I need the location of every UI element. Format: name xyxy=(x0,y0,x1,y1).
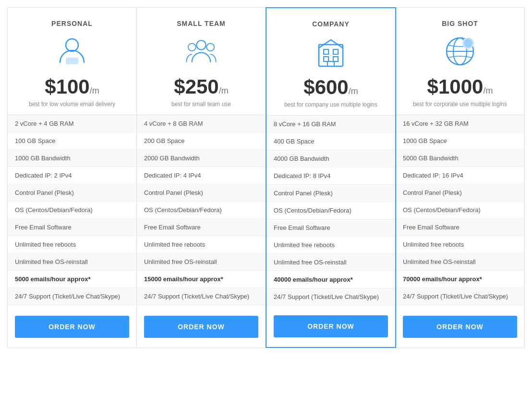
feature-row-small-team-6: Free Email Software xyxy=(137,219,266,236)
feature-row-personal-7: Unlimited free reboots xyxy=(8,236,136,253)
plan-company: COMPANY $600/mbest for company use multi… xyxy=(266,7,396,348)
plan-header-small-team: SMALL TEAM $250/mbest for small team use xyxy=(137,8,266,115)
plan-name-big-shot: BIG SHOT xyxy=(403,20,517,27)
feature-row-personal-5: OS (Centos/Debian/Fedora) xyxy=(8,202,136,219)
feature-row-big-shot-3: Dedicated IP: 16 IPv4 xyxy=(396,167,524,184)
plan-footer-company: ORDER NOW xyxy=(266,306,395,347)
feature-row-company-0: 8 vCore + 16 GB RAM xyxy=(266,116,395,133)
globe-icon xyxy=(443,35,477,68)
plan-footer-personal: ORDER NOW xyxy=(8,306,136,347)
plan-desc-company: best for company use multiple logins xyxy=(274,101,388,108)
feature-row-personal-9: 5000 emails/hour approx* xyxy=(8,271,136,288)
plan-period-company: /m xyxy=(349,86,358,96)
svg-rect-5 xyxy=(319,45,343,66)
plan-name-company: COMPANY xyxy=(274,20,388,28)
feature-row-company-3: Dedicated IP: 8 IPv4 xyxy=(266,167,395,185)
feature-row-small-team-7: Unlimited free reboots xyxy=(137,236,266,253)
plan-price-small-team: $250/m xyxy=(144,75,258,98)
plan-personal: PERSONAL $100/mbest for low volume email… xyxy=(8,8,137,347)
feature-row-big-shot-10: 24/7 Support (Ticket/Live Chat/Skype) xyxy=(396,288,524,305)
feature-row-company-9: 40000 emails/hour approx* xyxy=(266,271,395,288)
plan-header-big-shot: BIG SHOT $1000/mbest for corporate use m… xyxy=(396,8,524,115)
feature-row-small-team-8: Unlimited free OS-reinstall xyxy=(137,253,266,271)
plan-amount-big-shot: $1000 xyxy=(427,75,484,98)
feature-row-company-2: 4000 GB Bandwidth xyxy=(266,150,395,167)
feature-row-big-shot-7: Unlimited free reboots xyxy=(396,236,524,253)
feature-row-small-team-0: 4 vCore + 8 GB RAM xyxy=(137,115,266,132)
feature-row-company-7: Unlimited free reboots xyxy=(266,237,395,254)
feature-row-big-shot-2: 5000 GB Bandwidth xyxy=(396,150,524,167)
feature-row-big-shot-5: OS (Centos/Debian/Fedora) xyxy=(396,202,524,219)
svg-rect-1 xyxy=(66,58,78,64)
order-button-big-shot[interactable]: ORDER NOW xyxy=(403,316,517,338)
plan-amount-company: $600 xyxy=(303,76,348,98)
feature-row-company-4: Control Panel (Plesk) xyxy=(266,185,395,202)
feature-row-small-team-10: 24/7 Support (Ticket/Live Chat/Skype) xyxy=(137,288,266,305)
svg-rect-6 xyxy=(324,49,328,54)
svg-rect-7 xyxy=(333,49,338,54)
feature-row-big-shot-6: Free Email Software xyxy=(396,219,524,236)
svg-point-15 xyxy=(464,39,472,48)
feature-row-small-team-4: Control Panel (Plesk) xyxy=(137,184,266,202)
plan-name-small-team: SMALL TEAM xyxy=(144,20,258,27)
plan-footer-big-shot: ORDER NOW xyxy=(396,306,524,347)
feature-row-big-shot-8: Unlimited free OS-reinstall xyxy=(396,253,524,271)
feature-row-personal-4: Control Panel (Plesk) xyxy=(8,184,136,202)
plan-footer-small-team: ORDER NOW xyxy=(137,306,266,347)
plan-period-personal: /m xyxy=(90,86,99,96)
plan-desc-small-team: best for small team use xyxy=(144,101,258,107)
feature-row-company-8: Unlimited free OS-reinstall xyxy=(266,254,395,271)
svg-rect-9 xyxy=(333,57,338,61)
pricing-table: PERSONAL $100/mbest for low volume email… xyxy=(7,7,525,348)
order-button-small-team[interactable]: ORDER NOW xyxy=(144,316,258,338)
svg-point-3 xyxy=(188,43,196,51)
feature-row-personal-6: Free Email Software xyxy=(8,219,136,236)
feature-row-personal-8: Unlimited free OS-reinstall xyxy=(8,253,136,271)
svg-point-2 xyxy=(196,40,206,49)
plan-price-company: $600/m xyxy=(274,76,388,99)
plan-price-personal: $100/m xyxy=(15,75,129,98)
plan-name-personal: PERSONAL xyxy=(15,20,129,27)
svg-rect-8 xyxy=(324,57,328,61)
svg-point-4 xyxy=(206,43,214,51)
order-button-personal[interactable]: ORDER NOW xyxy=(15,316,129,338)
feature-row-personal-1: 100 GB Space xyxy=(8,132,136,150)
feature-row-small-team-1: 200 GB Space xyxy=(137,132,266,150)
feature-row-small-team-3: Dedicated IP: 4 IPv4 xyxy=(137,167,266,184)
plan-features-personal: 2 vCore + 4 GB RAM100 GB Space1000 GB Ba… xyxy=(8,115,136,306)
svg-rect-10 xyxy=(327,61,334,66)
building-icon xyxy=(314,35,348,69)
order-button-company[interactable]: ORDER NOW xyxy=(274,315,388,337)
feature-row-big-shot-9: 70000 emails/hour approx* xyxy=(396,271,524,288)
feature-row-personal-3: Dedicated IP: 2 IPv4 xyxy=(8,167,136,184)
svg-point-0 xyxy=(66,39,78,51)
person-icon xyxy=(55,35,89,68)
plan-header-company: COMPANY $600/mbest for company use multi… xyxy=(266,8,395,116)
plan-desc-personal: best for low volume email delivery xyxy=(15,101,129,107)
feature-row-company-10: 24/7 Support (Ticket/Live Chat/Skype) xyxy=(266,288,395,306)
group-icon xyxy=(184,35,218,68)
plan-features-big-shot: 16 vCore + 32 GB RAM1000 GB Space5000 GB… xyxy=(396,115,524,306)
feature-row-big-shot-4: Control Panel (Plesk) xyxy=(396,184,524,202)
feature-row-company-1: 400 GB Space xyxy=(266,133,395,150)
feature-row-company-6: Free Email Software xyxy=(266,219,395,237)
feature-row-personal-0: 2 vCore + 4 GB RAM xyxy=(8,115,136,132)
feature-row-small-team-9: 15000 emails/hour approx* xyxy=(137,271,266,288)
plan-features-small-team: 4 vCore + 8 GB RAM200 GB Space2000 GB Ba… xyxy=(137,115,266,306)
feature-row-personal-10: 24/7 Support (Ticket/Live Chat/Skype) xyxy=(8,288,136,305)
plan-big-shot: BIG SHOT $1000/mbest for corporate use m… xyxy=(396,8,524,347)
feature-row-small-team-5: OS (Centos/Debian/Fedora) xyxy=(137,202,266,219)
feature-row-big-shot-1: 1000 GB Space xyxy=(396,132,524,150)
plan-amount-small-team: $250 xyxy=(174,75,218,98)
feature-row-company-5: OS (Centos/Debian/Fedora) xyxy=(266,202,395,219)
plan-period-big-shot: /m xyxy=(483,86,493,96)
plan-price-big-shot: $1000/m xyxy=(403,75,517,98)
feature-row-small-team-2: 2000 GB Bandwidth xyxy=(137,150,266,167)
plan-desc-big-shot: best for corporate use multiple logins xyxy=(403,101,517,107)
feature-row-big-shot-0: 16 vCore + 32 GB RAM xyxy=(396,115,524,132)
plan-header-personal: PERSONAL $100/mbest for low volume email… xyxy=(8,8,136,115)
feature-row-personal-2: 1000 GB Bandwidth xyxy=(8,150,136,167)
plan-small-team: SMALL TEAM $250/mbest for small team use… xyxy=(137,8,266,347)
plan-period-small-team: /m xyxy=(219,86,229,96)
plan-amount-personal: $100 xyxy=(45,75,89,98)
